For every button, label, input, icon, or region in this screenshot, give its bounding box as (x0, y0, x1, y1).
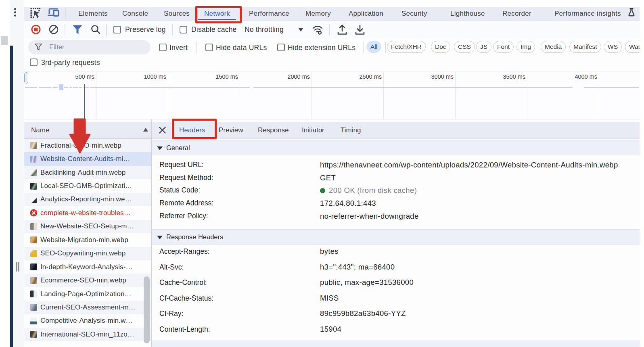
details-tab-response[interactable]: Response (258, 122, 289, 139)
export-har-icon[interactable] (355, 24, 365, 36)
filter-chip-css[interactable]: CSS (454, 41, 475, 53)
header-name: Cf-Ray: (159, 306, 183, 322)
filter-funnel-icon (35, 44, 42, 50)
sort-ascending-icon (143, 128, 148, 132)
request-row[interactable]: SEO-Copywriting-min.webp (24, 247, 151, 260)
close-details-icon[interactable] (159, 126, 166, 134)
overview-request-bar (79, 87, 82, 88)
request-row[interactable]: complete-w-ebsite-troubles… (24, 206, 151, 219)
throttling-select[interactable]: No throttling (245, 25, 284, 34)
filter-chip-wasm[interactable]: Wasm (625, 41, 640, 53)
divider (172, 24, 173, 36)
ruler-gridline (168, 72, 168, 119)
hide-extension-urls-checkbox[interactable] (277, 44, 285, 51)
filter-chip-ws[interactable]: WS (604, 41, 622, 53)
file-thumbnail-icon (30, 331, 37, 338)
overview-request-bar (73, 87, 78, 88)
tab-performance[interactable]: Performance (249, 7, 289, 21)
device-toolbar-icon[interactable] (48, 7, 60, 18)
tab-performance-insights[interactable]: Performance insights (554, 7, 621, 21)
request-row[interactable]: Landing-Page-Optimization… (24, 287, 151, 301)
request-name: International-SEO-min_11zo… (40, 330, 134, 339)
throttling-caret-icon[interactable] (298, 28, 303, 32)
disable-cache-checkbox[interactable] (180, 26, 187, 33)
response-headers-section-header[interactable]: Response Headers (152, 229, 640, 245)
divider-drag-handle[interactable] (18, 262, 19, 272)
timeline-overview[interactable]: 500 ms1000 ms1500 ms2000 ms2500 ms3000 m… (24, 72, 640, 119)
header-row: Cf-Cache-Status:MISS (152, 291, 640, 306)
divider (65, 24, 65, 36)
request-row[interactable]: International-SEO-min_11zo… (24, 328, 151, 341)
requests-scrollbar-thumb[interactable] (144, 276, 150, 343)
disable-cache-label: Disable cache (191, 25, 237, 34)
tab-application[interactable]: Application (349, 7, 383, 21)
error-icon (30, 209, 37, 216)
header-row: Status Code:200 OK (from disk cache) (152, 184, 640, 197)
tab-recorder[interactable]: Recorder (502, 7, 531, 21)
tab-console[interactable]: Console (122, 7, 148, 21)
request-row[interactable]: Current-SEO-Assessment-m… (24, 301, 151, 314)
request-row[interactable]: New-Website-SEO-Setup-m… (24, 220, 151, 233)
clear-button[interactable] (49, 25, 59, 34)
invert-checkbox[interactable] (159, 44, 167, 51)
filter-chip-font[interactable]: Font (493, 41, 514, 53)
details-tab-initiator[interactable]: Initiator (302, 122, 324, 139)
overview-left-handle[interactable] (24, 72, 28, 84)
filter-chip-img[interactable]: Img (516, 41, 535, 53)
request-row[interactable]: Local-SEO-GMB-Optimizati… (24, 179, 151, 192)
filter-chip-doc[interactable]: Doc (431, 41, 450, 53)
header-name: Content-Length: (159, 322, 210, 337)
request-name: In-depth-Keyword-Analysis-… (40, 263, 133, 271)
header-value: 172.64.80.1:443 (320, 197, 376, 210)
ruler-label: 2500 ms (333, 73, 382, 80)
ruler-gridline (96, 72, 96, 119)
collapse-triangle-icon (157, 146, 163, 150)
network-conditions-icon[interactable] (312, 24, 323, 36)
request-row[interactable]: Competitive-Analysis-min.w… (24, 314, 151, 328)
search-icon[interactable] (90, 24, 101, 35)
filter-icon[interactable] (73, 25, 82, 34)
filter-bar: Filter Invert Hide data URLs Hide extens… (24, 40, 640, 57)
general-section-header[interactable]: General (152, 140, 640, 155)
tab-sources[interactable]: Sources (164, 7, 190, 21)
header-name: Request Method: (159, 171, 213, 184)
invert-label: Invert (169, 44, 188, 52)
load-event-marker (84, 84, 85, 120)
ruler-label: 1500 ms (190, 73, 238, 80)
tab-memory[interactable]: Memory (305, 7, 331, 21)
header-row: Request URL:https://thenavneet.com/wp-co… (152, 159, 640, 171)
third-party-checkbox[interactable] (30, 59, 38, 66)
import-har-icon[interactable] (337, 24, 347, 36)
record-button[interactable] (31, 25, 41, 34)
hide-data-urls-checkbox[interactable] (205, 44, 213, 51)
inspect-element-icon[interactable] (30, 8, 41, 18)
tab-elements[interactable]: Elements (78, 7, 108, 21)
collapse-triangle-icon (157, 236, 163, 239)
request-row[interactable]: Website-Migration-min.webp (24, 233, 151, 247)
tab-lighthouse[interactable]: Lighthouse (450, 7, 485, 21)
file-thumbnail-icon (30, 291, 37, 297)
filter-chip-media[interactable]: Media (541, 41, 566, 53)
file-thumbnail-icon (30, 263, 37, 270)
filter-input[interactable]: Filter (28, 40, 151, 54)
file-thumbnail-icon (30, 196, 37, 203)
filter-chip-fetch-xhr[interactable]: Fetch/XHR (387, 41, 426, 53)
request-row[interactable]: Ecommerce-SEO-min.webp (24, 274, 151, 287)
ruler-gridline (455, 72, 456, 119)
preserve-log-checkbox[interactable] (113, 26, 121, 33)
filter-chip-manifest[interactable]: Manifest (569, 41, 601, 53)
filter-chip-js[interactable]: JS (476, 41, 491, 53)
tab-security[interactable]: Security (401, 7, 427, 21)
filter-chip-all[interactable]: All (366, 41, 381, 53)
request-name: Current-SEO-Assessment-m… (40, 303, 136, 311)
devtools-tabbar: ElementsConsoleSourcesNetworkPerformance… (24, 0, 640, 21)
request-row[interactable]: Backlinking-Audit-min.webp (24, 166, 151, 179)
request-row[interactable]: In-depth-Keyword-Analysis-… (24, 260, 151, 274)
third-party-row: 3rd-party requests (24, 57, 640, 71)
details-tab-timing[interactable]: Timing (341, 122, 361, 139)
request-name: Backlinking-Audit-min.webp (40, 169, 125, 177)
divider-drag-handle[interactable] (16, 262, 17, 272)
red-arrow-annotation (67, 116, 93, 155)
details-tab-preview[interactable]: Preview (219, 122, 243, 139)
request-row[interactable]: Analytics-Reporting-min.we… (24, 193, 151, 206)
